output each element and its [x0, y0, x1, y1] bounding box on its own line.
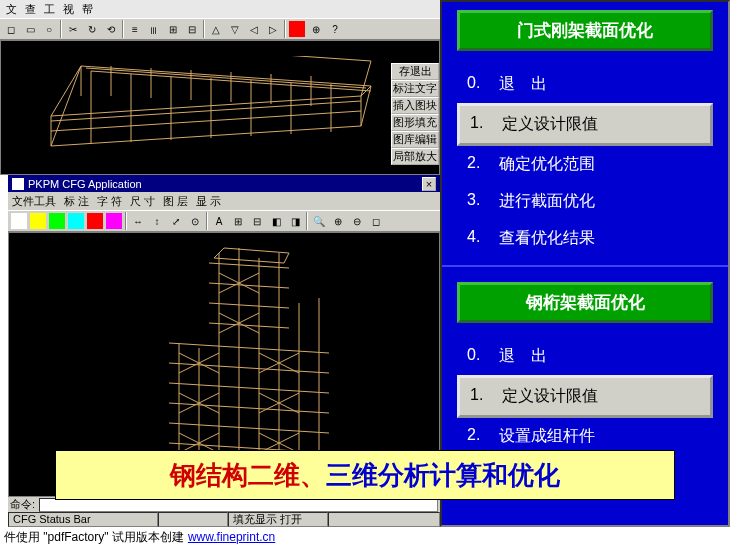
side-btn-insert-block[interactable]: 插入图块 [391, 97, 439, 114]
tool-button[interactable]: ◻ [367, 212, 385, 230]
tool-button[interactable]: △ [207, 20, 225, 38]
tool-button[interactable]: ◁ [245, 20, 263, 38]
svg-line-9 [86, 68, 366, 88]
tool-button[interactable]: ⊞ [164, 20, 182, 38]
banner-text-2: 三维分析计算和优化 [326, 458, 560, 493]
color-btn[interactable] [105, 212, 123, 230]
footer-link[interactable]: www.fineprint.cn [188, 530, 275, 544]
panel-section-1: 门式刚架截面优化 0.退 出1.定义设计限值2.确定优化范围3.进行截面优化4.… [442, 2, 728, 265]
menu-option[interactable]: 3.进行截面优化 [457, 183, 713, 220]
tool-button[interactable]: ◧ [267, 212, 285, 230]
status-fill: 填充显示 打开 [228, 512, 328, 527]
tool-button[interactable]: ▷ [264, 20, 282, 38]
menu-display[interactable]: 显 示 [196, 194, 221, 209]
color-btn[interactable] [67, 212, 85, 230]
color-btn[interactable] [10, 212, 28, 230]
svg-line-8 [51, 101, 361, 121]
status-empty [328, 512, 440, 527]
color-btn[interactable] [86, 212, 104, 230]
viewport-3d-top[interactable]: 存退出 标注文字 插入图块 图形填充 图库编辑 局部放大 [0, 40, 440, 175]
tool-button[interactable]: ⊟ [183, 20, 201, 38]
panel1-title: 门式刚架截面优化 [457, 10, 713, 51]
menu-num: 4. [467, 228, 487, 249]
tool-button[interactable]: ▽ [226, 20, 244, 38]
banner-text-1: 钢结构二维 [170, 458, 300, 493]
tool-button[interactable]: ○ [40, 20, 58, 38]
menu-label: 定义设计限值 [502, 114, 598, 135]
menu-item[interactable]: 工 [42, 2, 57, 17]
tool-button[interactable]: ▭ [21, 20, 39, 38]
tool-button[interactable]: ◻ [2, 20, 20, 38]
tool-button[interactable]: ↔ [129, 212, 147, 230]
tool-button[interactable]: ⊙ [186, 212, 204, 230]
tool-button[interactable]: A [210, 212, 228, 230]
menu-option[interactable]: 0.退 出 [457, 338, 713, 375]
status-text: CFG Status Bar [8, 512, 158, 527]
tool-button[interactable]: ⊕ [307, 20, 325, 38]
tool-button[interactable]: ↻ [83, 20, 101, 38]
app2-toolbar: ↔ ↕ ⤢ ⊙ A ⊞ ⊟ ◧ ◨ 🔍 ⊕ ⊖ ◻ [8, 210, 440, 232]
tool-button[interactable]: ⊕ [329, 212, 347, 230]
tool-button[interactable]: 🔍 [310, 212, 328, 230]
svg-line-7 [51, 111, 361, 131]
top-toolbar: ◻ ▭ ○ ✂ ↻ ⟲ ≡ ⫼ ⊞ ⊟ △ ▽ ◁ ▷ ⊕ ? [0, 18, 440, 40]
menu-label: 进行截面优化 [499, 191, 595, 212]
tool-button[interactable]: ⤢ [167, 212, 185, 230]
panel2-title: 钢桁架截面优化 [457, 282, 713, 323]
side-btn-hatch[interactable]: 图形填充 [391, 114, 439, 131]
tool-button[interactable]: ⊞ [229, 212, 247, 230]
status-bar: CFG Status Bar 填充显示 打开 [8, 512, 440, 527]
side-btn-lib-edit[interactable]: 图库编辑 [391, 131, 439, 148]
menu-option[interactable]: 4.查看优化结果 [457, 220, 713, 257]
menu-label: 设置成组杆件 [499, 426, 595, 447]
menu-option[interactable]: 2.确定优化范围 [457, 146, 713, 183]
tool-button[interactable]: ⟲ [102, 20, 120, 38]
tool-button[interactable]: ⊟ [248, 212, 266, 230]
top-app-window: 文 查 工 视 帮 ◻ ▭ ○ ✂ ↻ ⟲ ≡ ⫼ ⊞ ⊟ △ ▽ ◁ ▷ ⊕ … [0, 0, 440, 175]
menu-characters[interactable]: 字 符 [97, 194, 122, 209]
tool-button[interactable]: ◨ [286, 212, 304, 230]
color-btn[interactable] [48, 212, 66, 230]
top-menubar: 文 查 工 视 帮 [0, 0, 440, 18]
menu-option[interactable]: 1.定义设计限值 [457, 375, 713, 418]
pdf-footer: 件使用 "pdfFactory" 试用版本创建 www.fineprint.cn [0, 527, 730, 547]
side-btn-save-exit[interactable]: 存退出 [391, 63, 439, 80]
right-options-panel: 门式刚架截面优化 0.退 出1.定义设计限值2.确定优化范围3.进行截面优化4.… [440, 0, 730, 527]
side-btn-zoom[interactable]: 局部放大 [391, 148, 439, 165]
menu-item[interactable]: 查 [23, 2, 38, 17]
menu-annotation[interactable]: 标 注 [64, 194, 89, 209]
tool-button[interactable]: ⊖ [348, 212, 366, 230]
menu-num: 0. [467, 346, 487, 367]
menu-dimensions[interactable]: 尺 寸 [130, 194, 155, 209]
color-btn[interactable] [29, 212, 47, 230]
menu-item[interactable]: 文 [4, 2, 19, 17]
side-button-panel: 存退出 标注文字 插入图块 图形填充 图库编辑 局部放大 [391, 63, 439, 165]
tool-button[interactable]: ≡ [126, 20, 144, 38]
wireframe-building-top [31, 56, 381, 166]
menu-label: 定义设计限值 [502, 386, 598, 407]
title-banner: 钢结构二维、三维分析计算和优化 [55, 450, 675, 500]
menu-layers[interactable]: 图 层 [163, 194, 188, 209]
command-area: 命令: CFG Status Bar 填充显示 打开 [8, 497, 440, 527]
menu-item[interactable]: 视 [61, 2, 76, 17]
menu-option[interactable]: 0.退 出 [457, 66, 713, 103]
menu-label: 确定优化范围 [499, 154, 595, 175]
menu-label: 查看优化结果 [499, 228, 595, 249]
app2-title: PKPM CFG Application [28, 178, 142, 190]
tool-button[interactable]: ✂ [64, 20, 82, 38]
tool-button[interactable]: ? [326, 20, 344, 38]
menu-option[interactable]: 1.定义设计限值 [457, 103, 713, 146]
status-coord [158, 512, 228, 527]
menu-num: 2. [467, 426, 487, 447]
tool-button[interactable] [288, 20, 306, 38]
side-btn-annotate[interactable]: 标注文字 [391, 80, 439, 97]
menu-file-tools[interactable]: 文件工具 [12, 194, 56, 209]
close-button[interactable]: × [422, 177, 436, 191]
footer-text: 件使用 "pdfFactory" 试用版本创建 [4, 529, 184, 546]
menu-num: 1. [470, 114, 490, 135]
banner-sep: 、 [300, 458, 326, 493]
menu-item[interactable]: 帮 [80, 2, 95, 17]
menu-num: 3. [467, 191, 487, 212]
tool-button[interactable]: ↕ [148, 212, 166, 230]
tool-button[interactable]: ⫼ [145, 20, 163, 38]
